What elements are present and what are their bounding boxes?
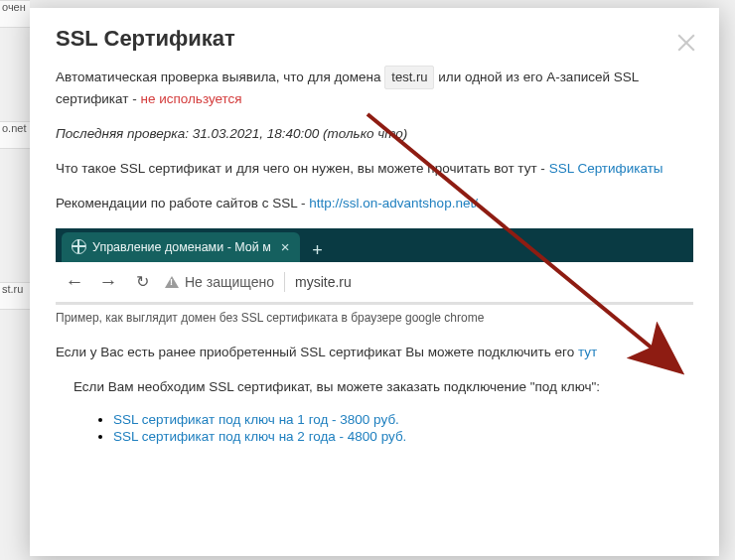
- reco-paragraph: Рекомендации по работе сайтов с SSL - ht…: [56, 194, 693, 214]
- existing-text: Если у Вас есть ранее приобретенный SSL …: [56, 345, 574, 359]
- intro-paragraph: Автоматическая проверка выявила, что для…: [56, 66, 693, 110]
- browser-tabbar: Управление доменами - Мой м × +: [56, 228, 693, 262]
- ssl-status: не используется: [140, 91, 241, 106]
- intro-before: Автоматическая проверка выявила, что для…: [56, 70, 381, 84]
- tab-close-icon: ×: [281, 239, 290, 254]
- browser-tab-title: Управление доменами - Мой м: [92, 240, 271, 254]
- bg-row: очен: [0, 0, 30, 28]
- forward-icon: →: [91, 271, 125, 293]
- new-tab-icon: +: [306, 240, 330, 262]
- close-icon[interactable]: [675, 32, 697, 54]
- about-paragraph: Что такое SSL сертификат и для чего он н…: [56, 159, 693, 180]
- back-icon: ←: [58, 271, 91, 293]
- ssl-reco-link[interactable]: http://ssl.on-advantshop.net/: [309, 196, 478, 210]
- existing-cert-paragraph: Если у Вас есть ранее приобретенный SSL …: [56, 343, 693, 363]
- ssl-modal: SSL Сертификат Автоматическая проверка в…: [30, 8, 719, 556]
- reco-text: Рекомендации по работе сайтов с SSL -: [56, 196, 306, 210]
- globe-icon: [72, 239, 86, 254]
- bg-row: st.ru: [0, 282, 30, 310]
- ssl-certs-link[interactable]: SSL Сертификаты: [549, 161, 663, 176]
- browser-url: mysite.ru: [295, 274, 352, 290]
- browser-tab: Управление доменами - Мой м ×: [62, 232, 300, 262]
- about-text: Что такое SSL сертификат и для чего он н…: [56, 161, 545, 176]
- domain-badge: test.ru: [384, 66, 434, 89]
- bg-row: o.net: [0, 121, 30, 149]
- address-separator: [284, 272, 285, 292]
- offer-2yr-link[interactable]: SSL сертификат под ключ на 2 года - 4800…: [113, 429, 406, 444]
- reload-icon: ↻: [125, 272, 159, 291]
- connect-here-link[interactable]: тут: [578, 345, 597, 359]
- order-intro: Если Вам необходим SSL сертификат, вы мо…: [74, 377, 693, 398]
- not-secure-indicator: Не защищено: [165, 274, 274, 290]
- browser-mockup: Управление доменами - Мой м × + ← → ↻ Не…: [56, 228, 693, 305]
- offer-list: SSL сертификат под ключ на 1 год - 3800 …: [74, 412, 693, 444]
- browser-caption: Пример, как выглядит домен без SSL серти…: [56, 311, 693, 325]
- last-check: Последняя проверка: 31.03.2021, 18:40:00…: [56, 124, 693, 145]
- modal-title: SSL Сертификат: [56, 26, 693, 52]
- warning-icon: [165, 276, 179, 288]
- not-secure-label: Не защищено: [185, 274, 274, 290]
- offer-1yr-link[interactable]: SSL сертификат под ключ на 1 год - 3800 …: [113, 412, 399, 427]
- browser-addressbar: ← → ↻ Не защищено mysite.ru: [56, 262, 693, 305]
